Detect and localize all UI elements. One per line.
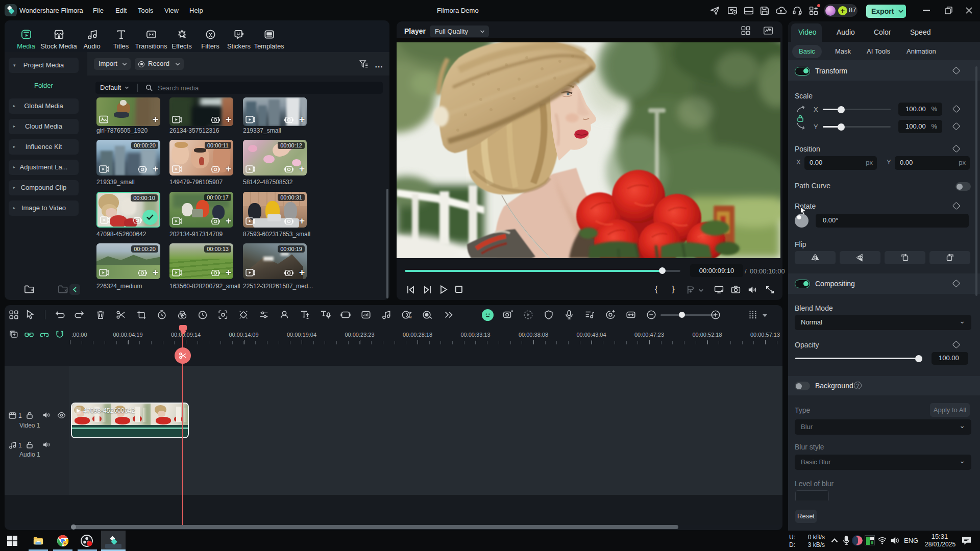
svg-text:AI: AI (409, 315, 412, 319)
